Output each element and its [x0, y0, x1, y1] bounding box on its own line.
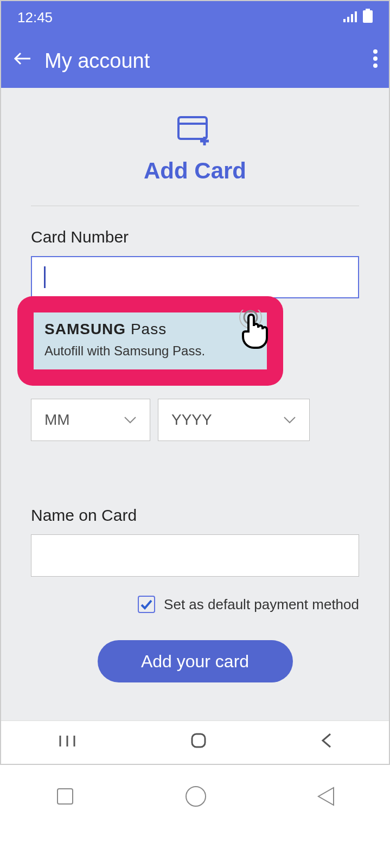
default-payment-checkbox[interactable]: [138, 596, 155, 613]
svg-rect-1: [347, 17, 349, 22]
expiry-month-select[interactable]: MM: [31, 399, 150, 441]
chevron-down-icon: [124, 414, 137, 426]
back-nav-icon[interactable]: [321, 732, 333, 754]
android-nav-bar: [1, 720, 389, 764]
outer-recents-icon[interactable]: [53, 784, 77, 810]
svg-point-8: [373, 56, 378, 61]
svg-rect-10: [178, 117, 207, 139]
add-card-header: Add Card: [1, 88, 389, 200]
add-your-card-button[interactable]: Add your card: [98, 640, 293, 682]
samsung-pass-autofill[interactable]: SAMSUNG Pass Autofill with Samsung Pass.: [34, 312, 267, 369]
page-title: My account: [44, 49, 150, 73]
expiry-month-placeholder: MM: [44, 411, 70, 429]
outer-home-icon[interactable]: [183, 783, 209, 812]
back-icon[interactable]: [12, 48, 34, 74]
app-bar: My account: [1, 34, 389, 88]
card-number-input[interactable]: [31, 256, 359, 298]
recents-icon[interactable]: [58, 732, 76, 753]
card-plus-icon: [176, 115, 214, 150]
status-time: 12:45: [17, 9, 53, 26]
text-cursor: [44, 266, 46, 288]
signal-icon: [343, 9, 357, 26]
name-on-card-input[interactable]: [31, 534, 359, 577]
samsung-pass-subtitle: Autofill with Samsung Pass.: [44, 343, 256, 359]
add-card-title: Add Card: [1, 158, 389, 184]
svg-rect-4: [366, 9, 370, 10]
tutorial-highlight: SAMSUNG Pass Autofill with Samsung Pass.: [17, 296, 283, 386]
expiry-year-placeholder: YYYY: [171, 411, 212, 429]
divider: [31, 206, 359, 206]
outer-back-icon[interactable]: [315, 784, 337, 810]
svg-rect-2: [351, 14, 353, 22]
svg-rect-20: [57, 789, 73, 804]
card-number-label: Card Number: [31, 228, 359, 246]
outer-nav-bar: [0, 765, 390, 830]
svg-rect-5: [363, 10, 373, 23]
svg-point-9: [373, 63, 378, 68]
home-icon[interactable]: [190, 732, 207, 754]
svg-point-7: [373, 49, 378, 54]
default-payment-label: Set as default payment method: [164, 596, 359, 613]
pointer-hand-icon: [234, 310, 272, 355]
more-icon[interactable]: [373, 49, 378, 73]
name-on-card-label: Name on Card: [31, 506, 359, 525]
chevron-down-icon: [283, 414, 296, 426]
samsung-pass-brand: SAMSUNG Pass: [44, 321, 256, 338]
svg-rect-0: [343, 19, 346, 22]
svg-rect-3: [355, 11, 357, 22]
status-bar: 12:45: [1, 1, 389, 34]
svg-rect-19: [192, 734, 205, 747]
expiry-year-select[interactable]: YYYY: [158, 399, 310, 441]
battery-icon: [363, 9, 373, 27]
svg-marker-22: [318, 788, 334, 805]
svg-point-21: [186, 787, 206, 806]
